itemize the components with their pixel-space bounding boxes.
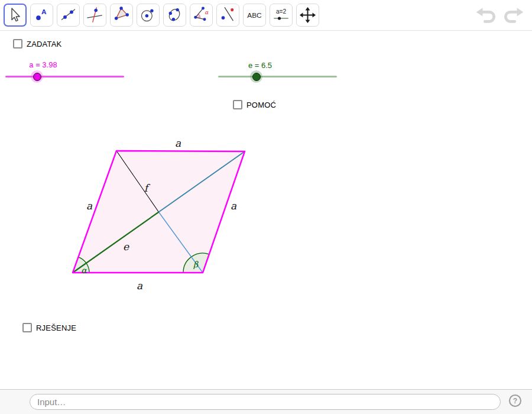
tool-polygon-button[interactable] [110, 4, 133, 27]
slider-e-track[interactable] [218, 76, 337, 77]
tool-angle-button[interactable]: α [190, 4, 213, 27]
side-label-top: a [175, 137, 181, 149]
checkbox-box[interactable] [233, 100, 242, 109]
tool-move-button[interactable] [4, 4, 27, 27]
circle-center-point-icon [138, 5, 158, 25]
slider-a-track[interactable] [5, 76, 124, 77]
zadatak-checkbox[interactable]: ZADATAK [13, 39, 61, 48]
rhombus-figure: a a a a e f α β [0, 31, 532, 389]
graphics-view[interactable]: ZADATAK a = 3.98 e = 6.5 POMOĆ a a a a e… [0, 31, 532, 389]
slider-a-label: a = 3.98 [29, 60, 57, 69]
tool-point-button[interactable]: A [30, 4, 53, 27]
checkbox-label: ZADATAK [27, 40, 61, 48]
tool-reflect-button[interactable] [216, 4, 239, 27]
svg-text:α: α [205, 9, 209, 15]
input-bar: ? [0, 389, 532, 414]
tool-text-button[interactable]: ABC [243, 4, 266, 27]
toolbar: A [0, 0, 532, 31]
slider-e-handle[interactable] [250, 70, 262, 83]
polygon-icon [112, 5, 131, 25]
perpendicular-line-icon [85, 5, 105, 25]
undo-button[interactable] [476, 7, 498, 24]
tool-perpendicular-button[interactable] [83, 4, 106, 27]
side-label-bottom: a [137, 280, 143, 292]
slider-icon: a=2 [271, 5, 291, 25]
checkbox-box[interactable] [13, 39, 22, 48]
tool-move-view-button[interactable] [296, 4, 319, 27]
svg-text:a=2: a=2 [276, 8, 287, 15]
redo-button[interactable] [501, 7, 524, 24]
point-icon: A [32, 5, 51, 25]
tool-slider-button[interactable]: a=2 [270, 4, 293, 27]
help-button[interactable]: ? [509, 394, 521, 407]
side-label-right: a [231, 200, 237, 212]
tool-conic-button[interactable] [163, 4, 186, 27]
side-label-left: a [86, 200, 93, 212]
angle-icon: α [192, 5, 211, 25]
undo-icon [476, 7, 498, 24]
slider-a-handle[interactable] [31, 70, 43, 83]
cursor-icon [5, 5, 25, 25]
move-view-icon [298, 5, 317, 25]
checkbox-label: POMOĆ [246, 101, 276, 109]
checkbox-label: RJEŠENJE [36, 324, 76, 332]
text-icon: ABC [244, 5, 265, 25]
command-input[interactable] [30, 394, 501, 410]
svg-text:ABC: ABC [247, 11, 262, 20]
redo-icon [501, 7, 524, 24]
circle-three-points-icon [165, 5, 184, 25]
line-icon [59, 5, 78, 25]
tool-line-button[interactable] [57, 4, 80, 27]
slider-e-label: e = 6.5 [248, 61, 272, 70]
slider-e-knob [252, 73, 261, 81]
rjesenje-checkbox[interactable]: RJEŠENJE [22, 323, 76, 332]
checkbox-box[interactable] [22, 323, 32, 332]
help-icon: ? [513, 397, 517, 405]
tool-circle-center-button[interactable] [137, 4, 160, 27]
svg-text:A: A [41, 8, 47, 16]
reflect-about-line-icon [218, 5, 238, 25]
pomoc-checkbox[interactable]: POMOĆ [233, 100, 276, 109]
slider-a-knob [33, 73, 41, 81]
undo-redo-group [476, 7, 524, 24]
